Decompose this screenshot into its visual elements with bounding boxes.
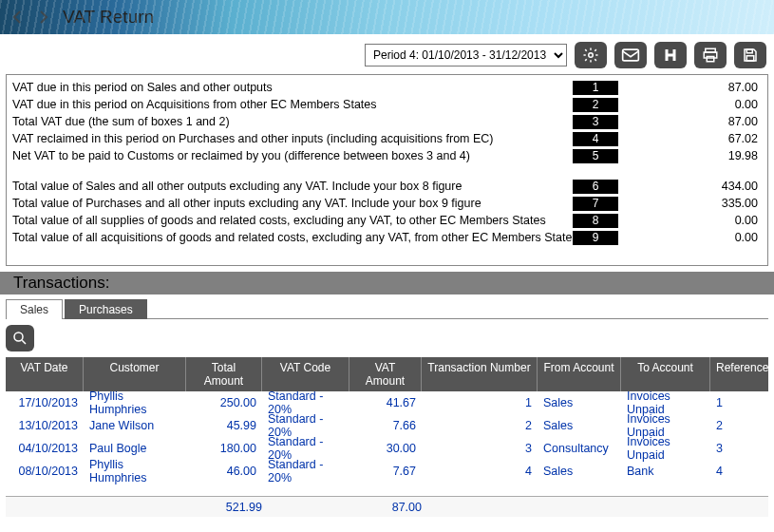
- vat-box-value: 0.00: [618, 214, 762, 227]
- vat-box-number: 3: [573, 115, 618, 129]
- vat-box-number: 2: [573, 98, 618, 112]
- settings-button[interactable]: [575, 42, 607, 68]
- cell-code: Standard - 20%: [262, 455, 349, 487]
- vat-box-value: 0.00: [618, 231, 762, 244]
- cell-ref: 4: [710, 462, 767, 481]
- search-button[interactable]: [6, 325, 34, 352]
- cell-date: 13/10/2013: [6, 416, 84, 435]
- col-vat-date[interactable]: VAT Date: [6, 357, 84, 391]
- toolbar: Period 4: 01/10/2013 - 31/12/2013: [0, 34, 774, 72]
- vat-box-row: Total VAT due (the sum of boxes 1 and 2)…: [12, 113, 762, 130]
- cell-from: Sales: [538, 462, 621, 481]
- cell-ref: 1: [710, 393, 767, 412]
- svg-point-7: [14, 332, 23, 341]
- vat-box-row: Total value of all acquisitions of goods…: [12, 229, 762, 246]
- cell-vat: 41.67: [349, 393, 422, 412]
- vat-box-number: 7: [573, 197, 618, 211]
- cell-tno: 2: [422, 416, 538, 435]
- transactions-tabs: Sales Purchases: [6, 298, 768, 319]
- col-total-amount[interactable]: Total Amount: [186, 357, 262, 391]
- cell-customer: Phyllis Humphries: [84, 455, 186, 487]
- cell-from: Sales: [538, 393, 621, 412]
- cell-vat: 30.00: [349, 439, 422, 458]
- vat-box-row: VAT due in this period on Sales and othe…: [12, 79, 762, 96]
- cell-to: Bank: [621, 462, 710, 481]
- vat-box-label: VAT reclaimed in this period on Purchase…: [12, 132, 573, 145]
- vat-box-value: 67.02: [618, 132, 762, 145]
- vat-box-value: 87.00: [618, 81, 762, 94]
- vat-box-row: Total value of Sales and all other outpu…: [12, 178, 762, 195]
- col-reference[interactable]: Reference: [710, 357, 774, 391]
- cell-total: 250.00: [186, 393, 262, 412]
- vat-box-label: Total value of Purchases and all other i…: [12, 197, 573, 210]
- vat-box-number: 6: [573, 180, 618, 194]
- vat-box-label: Total value of Sales and all other outpu…: [12, 180, 573, 193]
- tab-purchases[interactable]: Purchases: [65, 299, 147, 319]
- svg-rect-6: [746, 56, 754, 61]
- vat-box-number: 9: [573, 231, 618, 245]
- cell-ref: 2: [710, 416, 767, 435]
- cell-date: 08/10/2013: [6, 462, 84, 481]
- svg-rect-5: [746, 49, 752, 53]
- cell-vat: 7.66: [349, 416, 422, 435]
- cell-vat: 7.67: [349, 462, 422, 481]
- cell-total: 46.00: [186, 462, 262, 481]
- col-transaction-number[interactable]: Transaction Number: [422, 357, 538, 391]
- svg-rect-1: [623, 49, 639, 61]
- forward-button[interactable]: [32, 7, 53, 28]
- cell-total: 180.00: [186, 439, 262, 458]
- vat-box-number: 5: [573, 149, 618, 163]
- vat-box-value: 87.00: [618, 115, 762, 128]
- email-button[interactable]: [614, 42, 647, 68]
- page-title: VAT Return: [63, 7, 154, 28]
- footer-vat: 87.00: [349, 501, 422, 514]
- transactions-heading: Transactions:: [0, 272, 774, 294]
- history-button[interactable]: [654, 42, 687, 68]
- svg-point-0: [589, 53, 594, 58]
- vat-box-row: VAT due in this period on Acquisitions f…: [12, 96, 762, 113]
- cell-customer: Phyllis Humphries: [84, 387, 186, 419]
- cell-from: Consultancy: [538, 439, 621, 458]
- vat-box-row: VAT reclaimed in this period on Purchase…: [12, 130, 762, 147]
- vat-box-number: 1: [573, 81, 618, 95]
- cell-date: 04/10/2013: [6, 439, 84, 458]
- tab-sales[interactable]: Sales: [6, 299, 63, 319]
- transactions-grid: VAT Date Customer Total Amount VAT Code …: [6, 357, 768, 517]
- vat-summary: VAT due in this period on Sales and othe…: [6, 74, 768, 266]
- cell-total: 45.99: [186, 416, 262, 435]
- period-select[interactable]: Period 4: 01/10/2013 - 31/12/2013: [365, 44, 567, 66]
- vat-box-number: 4: [573, 132, 618, 146]
- vat-box-label: VAT due in this period on Acquisitions f…: [12, 98, 573, 111]
- back-button[interactable]: [8, 7, 28, 28]
- vat-box-value: 434.00: [618, 180, 762, 193]
- cell-to: Invoices Unpaid: [621, 432, 710, 465]
- cell-ref: 3: [710, 439, 767, 458]
- col-vat-amount[interactable]: VAT Amount: [349, 357, 422, 391]
- cell-from: Sales: [538, 416, 621, 435]
- vat-box-row: Total value of Purchases and all other i…: [12, 195, 762, 212]
- table-row[interactable]: 08/10/2013Phyllis Humphries46.00Standard…: [6, 460, 768, 483]
- vat-box-number: 8: [573, 214, 618, 228]
- cell-date: 17/10/2013: [6, 393, 84, 412]
- vat-box-label: Total value of all supplies of goods and…: [12, 214, 573, 227]
- vat-box-label: Net VAT to be paid to Customs or reclaim…: [12, 149, 573, 162]
- footer-total: 521.99: [186, 501, 262, 514]
- vat-box-label: Total VAT due (the sum of boxes 1 and 2): [12, 115, 573, 128]
- col-from-account[interactable]: From Account: [538, 357, 621, 391]
- vat-box-value: 335.00: [618, 197, 762, 210]
- vat-box-row: Net VAT to be paid to Customs or reclaim…: [12, 147, 762, 164]
- save-button[interactable]: [734, 42, 766, 68]
- cell-tno: 3: [422, 439, 538, 458]
- vat-box-value: 19.98: [618, 149, 762, 162]
- vat-box-label: VAT due in this period on Sales and othe…: [12, 81, 573, 94]
- grid-footer: 521.99 87.00: [6, 496, 768, 517]
- header-bar: VAT Return: [0, 0, 774, 34]
- vat-box-label: Total value of all acquisitions of goods…: [12, 231, 573, 244]
- vat-box-row: Total value of all supplies of goods and…: [12, 212, 762, 229]
- cell-tno: 1: [422, 393, 538, 412]
- print-button[interactable]: [694, 42, 727, 68]
- cell-tno: 4: [422, 462, 538, 481]
- vat-box-value: 0.00: [618, 98, 762, 111]
- cell-customer: Jane Wilson: [84, 416, 186, 435]
